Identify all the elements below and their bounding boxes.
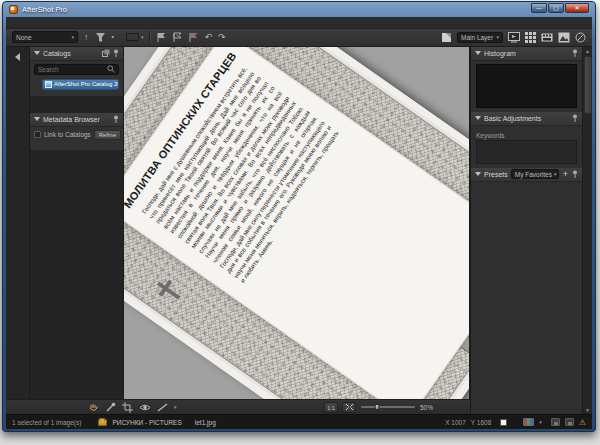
catalogs-header[interactable]: Catalogs xyxy=(30,47,123,61)
library-panel: Catalogs AfterShot Pro Catalog 2012 xyxy=(30,47,124,399)
add-preset-button[interactable]: + xyxy=(563,170,568,178)
flag-pick-icon[interactable] xyxy=(156,32,166,43)
crop-tool[interactable] xyxy=(122,402,133,413)
preset-filter-dropdown[interactable]: None▾ xyxy=(12,31,78,43)
current-folder[interactable]: РИСУНКИ - PICTURES xyxy=(112,419,181,426)
catalogs-title: Catalogs xyxy=(43,50,99,57)
minimize-button[interactable]: — xyxy=(531,3,547,13)
proof-icon[interactable] xyxy=(441,32,452,43)
histogram-title: Histogram xyxy=(484,50,569,57)
collapse-triangle-icon[interactable] xyxy=(475,116,481,120)
catalog-search-box xyxy=(34,64,119,75)
presets-favorites-value: My Favorites xyxy=(515,171,552,178)
catalogs-section: Catalogs AfterShot Pro Catalog 2012 xyxy=(30,47,123,96)
refine-button[interactable]: Refine xyxy=(94,130,121,140)
thumbnail-grid-icon[interactable] xyxy=(525,32,536,43)
chevron-down-icon: ▾ xyxy=(141,34,144,40)
sort-ascending-icon[interactable]: ↑ xyxy=(84,32,89,42)
toolbar-separator xyxy=(149,31,150,43)
external-monitor-icon[interactable] xyxy=(508,32,520,43)
metadata-browser-header[interactable]: Metadata Browser xyxy=(30,113,123,127)
zoom-slider-track xyxy=(361,406,415,408)
preview-image-icon[interactable] xyxy=(558,32,570,43)
collapse-panel-icon[interactable] xyxy=(15,53,20,61)
flag-reject-icon[interactable] xyxy=(188,32,198,43)
histogram-display xyxy=(476,64,577,108)
search-input[interactable] xyxy=(38,66,107,73)
collapse-triangle-icon[interactable] xyxy=(34,51,40,55)
fit-to-window-button[interactable] xyxy=(342,402,356,413)
selection-count: 1 selected of 1 image(s) xyxy=(12,419,81,426)
rotate-right-icon[interactable]: ↷ xyxy=(218,32,226,42)
straighten-tool[interactable] xyxy=(157,402,168,413)
scrollbar-thumb[interactable] xyxy=(584,56,592,114)
zoom-slider[interactable] xyxy=(360,403,416,412)
presets-favorites-dropdown[interactable]: My Favorites▾ xyxy=(511,169,559,179)
cursor-x-coordinate: X 1007 xyxy=(445,419,466,426)
eyedropper-tool[interactable] xyxy=(105,402,116,413)
save-settings-icon[interactable] xyxy=(551,418,560,426)
catalog-item-selected[interactable]: AfterShot Pro Catalog 2012 xyxy=(42,79,119,90)
pin-icon[interactable] xyxy=(113,115,119,123)
chevron-down-icon: ▾ xyxy=(496,34,499,40)
presets-header[interactable]: Presets My Favorites▾ + xyxy=(471,168,582,182)
layer-dropdown[interactable]: Main Layer▾ xyxy=(457,32,503,43)
search-icon[interactable] xyxy=(107,65,115,73)
color-managed-display-icon[interactable] xyxy=(523,418,534,426)
image-preview-area[interactable]: МОЛИТВА ОПТИНСКИХ СТАРЦЕВ Господи, дай м… xyxy=(124,47,470,399)
adjustments-panel: Histogram Basic Adjustments Keywords Pre… xyxy=(470,47,582,414)
link-to-catalogs-row: Link to Catalogs Refine xyxy=(30,127,123,142)
keywords-label: Keywords xyxy=(471,129,582,140)
red-eye-tool[interactable] xyxy=(139,402,151,413)
zero-star-dot-icon[interactable]: • xyxy=(112,32,114,42)
catalog-item-label: AfterShot Pro Catalog 2012 xyxy=(54,81,119,87)
chevron-down-icon[interactable]: ▾ xyxy=(539,419,542,425)
right-panel-scrollbar[interactable]: ▲ ▼ xyxy=(582,47,592,414)
current-filename[interactable]: let1.jpg xyxy=(195,419,216,426)
filmstrip-view-icon[interactable] xyxy=(541,32,553,43)
maximize-button[interactable]: ▢ xyxy=(548,3,564,13)
link-to-catalogs-label: Link to Catalogs xyxy=(44,131,91,138)
flag-unflag-icon[interactable] xyxy=(172,32,182,43)
titlebar[interactable]: AfterShot Pro — ▢ ✕ xyxy=(6,2,592,17)
cursor-y-coordinate: Y 1608 xyxy=(471,419,491,426)
scroll-up-icon[interactable]: ▲ xyxy=(585,48,590,54)
basic-adjustments-title: Basic Adjustments xyxy=(484,115,569,122)
menu-bar xyxy=(6,17,592,29)
pin-icon[interactable] xyxy=(572,170,578,178)
pan-hand-tool[interactable] xyxy=(88,402,99,413)
actual-size-button[interactable]: 1:1 xyxy=(324,402,338,413)
scroll-down-icon[interactable]: ▼ xyxy=(585,407,590,413)
desktop: AfterShot Pro — ▢ ✕ None▾ ↑ • ▾ ↶ ↷ xyxy=(0,0,600,445)
collapse-triangle-icon[interactable] xyxy=(34,117,40,121)
slideshow-icon[interactable] xyxy=(575,32,586,43)
pin-icon[interactable] xyxy=(572,49,578,57)
duplicate-pages-icon[interactable] xyxy=(102,49,110,57)
preset-filter-value: None xyxy=(16,34,32,41)
chevron-down-icon: ▾ xyxy=(71,34,74,40)
filter-funnel-icon[interactable] xyxy=(95,32,106,43)
chevron-down-icon[interactable]: ▾ xyxy=(174,404,177,410)
warning-icon[interactable]: ⚠ xyxy=(579,418,586,427)
module-tab-strip xyxy=(6,47,30,399)
rotate-left-icon[interactable]: ↶ xyxy=(204,32,212,42)
presets-title: Presets xyxy=(484,171,508,178)
link-to-catalogs-checkbox[interactable] xyxy=(34,131,41,138)
pin-icon[interactable] xyxy=(113,49,119,57)
pin-icon[interactable] xyxy=(572,114,578,122)
status-bar: 1 selected of 1 image(s) РИСУНКИ - PICTU… xyxy=(6,414,592,429)
copy-settings-icon[interactable] xyxy=(565,418,574,426)
zoom-controls: 1:1 50% xyxy=(324,402,433,413)
main-toolbar: None▾ ↑ • ▾ ↶ ↷ Main Layer▾ xyxy=(6,29,592,47)
presets-list xyxy=(471,182,582,414)
color-label-filter[interactable]: ▾ xyxy=(126,33,144,41)
close-button[interactable]: ✕ xyxy=(565,3,589,13)
collapse-triangle-icon[interactable] xyxy=(475,172,481,176)
basic-adjustments-header[interactable]: Basic Adjustments xyxy=(471,112,582,126)
folder-icon xyxy=(98,419,107,426)
zoom-slider-handle[interactable] xyxy=(374,404,379,410)
collapse-triangle-icon[interactable] xyxy=(475,51,481,55)
keywords-input[interactable] xyxy=(476,140,577,164)
photo-canvas[interactable]: МОЛИТВА ОПТИНСКИХ СТАРЦЕВ Господи, дай м… xyxy=(124,47,470,399)
histogram-header[interactable]: Histogram xyxy=(471,47,582,61)
